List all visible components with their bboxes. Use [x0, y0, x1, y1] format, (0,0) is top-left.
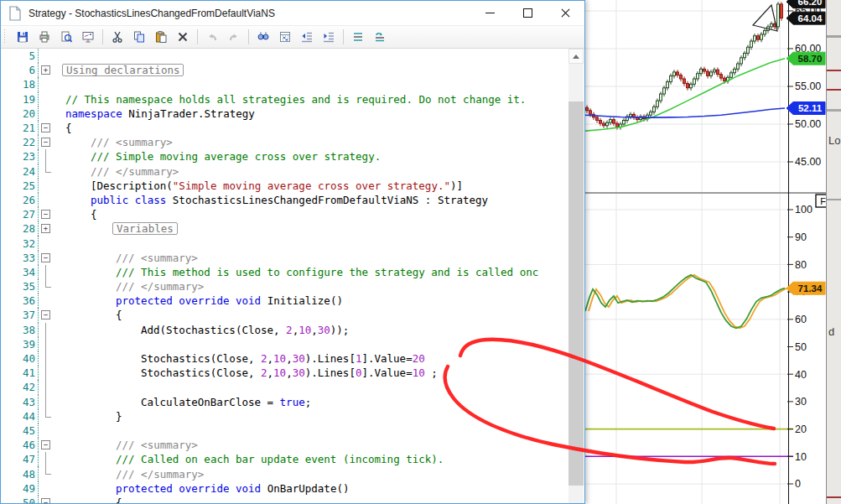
strip-line — [827, 89, 841, 91]
toolbar-redo-button[interactable] — [223, 27, 245, 47]
fold-end-connector — [45, 279, 51, 288]
expand-region-icon[interactable]: + — [41, 224, 50, 233]
code-line-45[interactable]: 45 — [2, 423, 568, 438]
toolbar-copy-button[interactable] — [128, 27, 150, 47]
code-line-47[interactable]: 47/// Called on each bar update event (i… — [2, 452, 568, 466]
collapse-region-icon[interactable]: − — [41, 310, 50, 320]
fold-gutter[interactable]: − — [38, 207, 52, 221]
code-text: Add(Stochastics(Close, 2,10,30)); — [52, 324, 349, 336]
code-line-28[interactable]: 28+Variables — [2, 221, 568, 236]
toolbar-find-button[interactable] — [252, 27, 274, 47]
fold-gutter — [38, 423, 52, 438]
fold-connector — [45, 380, 46, 394]
close-button[interactable] — [547, 1, 584, 25]
window-controls — [471, 1, 584, 25]
fold-gutter[interactable]: − — [38, 251, 52, 265]
code-line-43[interactable]: 43CalculateOnBarClose = true; — [2, 395, 568, 409]
code-line-25[interactable]: 25[Description("Simple moving average cr… — [2, 179, 568, 193]
code-line-42[interactable]: 42 — [2, 380, 568, 394]
collapsed-region-box[interactable]: Variables — [112, 222, 178, 235]
fold-gutter — [38, 149, 52, 164]
scrollbar-thumb[interactable] — [568, 101, 584, 486]
code-editor[interactable]: 56+Using declarations1819// This namespa… — [2, 49, 584, 503]
expand-region-icon[interactable]: + — [41, 65, 50, 75]
fold-gutter[interactable]: + — [38, 63, 52, 77]
title-bar[interactable]: Strategy - StochasticsLinesChangedFromDe… — [1, 1, 584, 25]
collapse-region-icon[interactable]: − — [41, 123, 50, 132]
toolbar-delete-button[interactable] — [172, 27, 194, 47]
collapsed-region-box[interactable]: Using declarations — [62, 64, 184, 76]
code-line-41[interactable]: 41Stochastics(Close, 2,10,30).Lines[0].V… — [2, 366, 568, 380]
outline-expand-icon — [373, 30, 387, 44]
fold-gutter[interactable]: − — [38, 438, 52, 452]
minimize-button[interactable] — [471, 1, 509, 25]
toolbar-print-preview-button[interactable] — [55, 27, 77, 47]
vertical-scrollbar[interactable] — [568, 49, 584, 503]
code-line-20[interactable]: 20namespace NinjaTrader.Strategy — [2, 107, 568, 121]
code-line-26[interactable]: 26public class StochasticsLinesChangedFr… — [2, 193, 568, 207]
code-line-38[interactable]: 38Add(Stochastics(Close, 2,10,30)); — [2, 323, 568, 337]
code-text: { — [52, 208, 97, 221]
fold-gutter[interactable]: + — [38, 221, 52, 236]
collapse-region-icon[interactable]: − — [41, 138, 50, 147]
collapse-region-icon[interactable]: − — [41, 440, 50, 449]
code-area[interactable]: 56+Using declarations1819// This namespa… — [2, 49, 568, 503]
code-line-5[interactable]: 5 — [2, 49, 568, 63]
fold-gutter — [38, 323, 52, 337]
code-line-18[interactable]: 18 — [2, 77, 568, 91]
line-number: 42 — [2, 381, 38, 393]
fold-gutter[interactable]: − — [38, 308, 52, 322]
fold-gutter[interactable]: − — [38, 121, 52, 135]
toolbar-indent-button[interactable] — [318, 27, 340, 47]
toolbar-compile-button[interactable] — [77, 27, 99, 47]
code-line-34[interactable]: 34/// This method is used to configure t… — [2, 265, 568, 279]
line-number: 19 — [2, 93, 38, 106]
code-line-37[interactable]: 37−{ — [2, 308, 568, 322]
fold-gutter[interactable]: − — [38, 135, 52, 149]
find-icon — [257, 30, 270, 44]
undo-icon — [205, 30, 219, 44]
code-line-40[interactable]: 40Stochastics(Close, 2,10,30).Lines[1].V… — [2, 351, 568, 366]
code-line-46[interactable]: 46−/// <summary> — [2, 438, 568, 452]
code-line-50[interactable]: 50−{ — [2, 496, 568, 503]
code-line-35[interactable]: 35/// </summary> — [2, 279, 568, 294]
code-line-48[interactable]: 48/// </summary> — [2, 466, 568, 481]
fold-gutter[interactable]: − — [38, 496, 52, 503]
toolbar-print-button[interactable] — [34, 27, 55, 47]
collapse-region-icon[interactable]: − — [41, 210, 50, 219]
toolbar-save-button[interactable] — [12, 27, 34, 47]
line-number: 21 — [2, 122, 38, 134]
code-line-39[interactable]: 39 — [2, 337, 568, 351]
code-line-33[interactable]: 33−/// <summary> — [2, 251, 568, 265]
code-line-24[interactable]: 24/// </summary> — [2, 164, 568, 179]
code-line-49[interactable]: 49protected override void OnBarUpdate() — [2, 481, 568, 496]
toolbar-outline-collapse-button[interactable] — [347, 27, 369, 47]
svg-text:20: 20 — [795, 423, 807, 435]
code-line-6[interactable]: 6+Using declarations — [2, 63, 568, 77]
strategy-editor-window[interactable]: Strategy - StochasticsLinesChangedFromDe… — [0, 0, 585, 504]
paste-icon — [154, 30, 168, 44]
fold-gutter — [38, 265, 52, 279]
code-line-36[interactable]: 36protected override void Initialize() — [2, 294, 568, 308]
code-line-21[interactable]: 21−{ — [2, 121, 568, 135]
code-text: /// Called on each bar update event (inc… — [52, 453, 444, 465]
toolbar-goto-line-button[interactable] — [274, 27, 296, 47]
toolbar-outdent-button[interactable] — [296, 27, 318, 47]
toolbar-paste-button[interactable] — [150, 27, 172, 47]
code-line-22[interactable]: 22−/// <summary> — [2, 135, 568, 149]
code-line-23[interactable]: 23/// Simple moving average cross over s… — [2, 149, 568, 164]
fold-gutter — [38, 294, 52, 308]
scroll-up-button[interactable] — [568, 49, 584, 64]
code-line-32[interactable]: 32 — [2, 236, 568, 250]
code-line-27[interactable]: 27−{ — [2, 207, 568, 221]
collapse-region-icon[interactable]: − — [41, 253, 50, 262]
svg-text:10: 10 — [795, 451, 807, 463]
code-line-44[interactable]: 44} — [2, 409, 568, 423]
toolbar-outline-expand-button[interactable] — [369, 27, 391, 47]
toolbar-undo-button[interactable] — [201, 27, 223, 47]
toolbar-grip[interactable] — [3, 29, 7, 44]
toolbar-cut-button[interactable] — [106, 27, 128, 47]
code-line-19[interactable]: 19// This namespace holds all strategies… — [2, 92, 568, 107]
maximize-button[interactable] — [509, 1, 547, 25]
collapse-region-icon[interactable]: − — [41, 498, 50, 503]
